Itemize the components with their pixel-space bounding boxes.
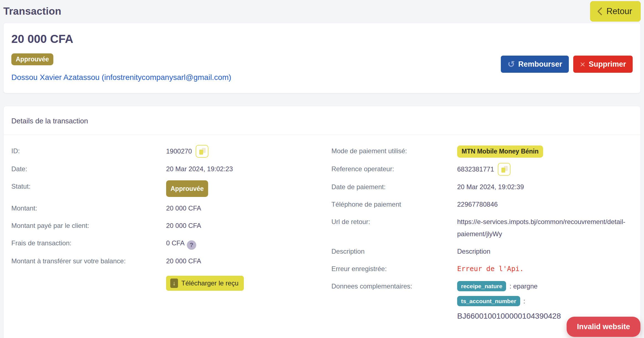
refund-button-label: Rembourser: [518, 60, 562, 69]
montant-value: 20 000 CFA: [166, 202, 331, 214]
status-badge: Approuvée: [11, 53, 53, 65]
detail-row-erreur: Erreur enregistrée: Erreur de l'Api.: [331, 263, 633, 275]
copy-icon: [498, 163, 510, 175]
detail-row-id: ID: 1900270: [11, 145, 331, 158]
statut-label: Statut:: [11, 180, 166, 193]
download-icon: ↓: [170, 279, 178, 288]
donnees-label: Donnees complementaires:: [331, 280, 457, 292]
reference-value: 6832381771: [457, 163, 494, 175]
statut-status-badge: Approuvée: [166, 180, 208, 197]
montant-label: Montant:: [11, 202, 166, 214]
details-column-left: ID: 1900270 Date: 20 Mar 2024, 19:02:23 …: [11, 145, 331, 327]
detail-row-montant: Montant: 20 000 CFA: [11, 202, 331, 214]
copy-icon: [196, 145, 208, 157]
invalid-website-toast: Invalid website: [567, 317, 640, 337]
url-retour-value: https://e-services.impots.bj/common/reco…: [457, 216, 633, 240]
telephone-value: 22967780846: [457, 198, 633, 210]
details-body: ID: 1900270 Date: 20 Mar 2024, 19:02:23 …: [4, 135, 640, 338]
description-label: Description: [331, 245, 457, 258]
id-value: 1900270: [166, 145, 192, 157]
summary-actions: ↺ Rembourser × Supprimer: [501, 56, 633, 73]
id-label: ID:: [11, 145, 166, 157]
details-column-right: Mode de paiement utilisé: MTN Mobile Mon…: [331, 145, 633, 327]
details-card-title: Details de la transaction: [4, 106, 640, 135]
telephone-label: Téléphone de paiement: [331, 198, 457, 210]
delete-button-label: Supprimer: [589, 60, 626, 69]
montant-transfert-label: Montant à transférer sur votre balance:: [11, 255, 166, 267]
mode-paiement-label: Mode de paiement utilisé:: [331, 145, 457, 157]
undo-icon: ↺: [507, 60, 515, 69]
copy-id-button[interactable]: [196, 145, 208, 158]
download-receipt-label: Télécharger le reçu: [181, 279, 239, 287]
ts-account-colon: :: [523, 297, 525, 305]
montant-paye-value: 20 000 CFA: [166, 220, 331, 232]
detail-row-date: Date: 20 Mar 2024, 19:02:23: [11, 163, 331, 175]
detail-row-reference: Reference operateur: 6832381771: [331, 163, 633, 176]
detail-row-frais: Frais de transaction: 0 CFA?: [11, 237, 331, 250]
montant-transfert-value: 20 000 CFA: [166, 255, 331, 267]
erreur-value: Erreur de l'Api.: [457, 263, 633, 275]
erreur-label: Erreur enregistrée:: [331, 263, 457, 275]
page-title: Transaction: [3, 6, 61, 17]
chevron-left-icon: [596, 7, 603, 16]
back-button-label: Retour: [606, 6, 632, 16]
detail-row-montant-paye: Montant payé par le client: 20 000 CFA: [11, 220, 331, 232]
customer-link[interactable]: Dossou Xavier Azatassou (infostrenitycom…: [11, 73, 231, 82]
date-paiement-label: Date de paiement:: [331, 181, 457, 193]
date-paiement-value: 20 Mar 2024, 19:02:39: [457, 181, 633, 193]
payment-method-badge: MTN Mobile Money Bénin: [457, 145, 543, 158]
detail-row-statut: Statut: Approuvée: [11, 180, 331, 197]
transaction-amount: 20 000 CFA: [11, 32, 633, 46]
detail-row-mode-paiement: Mode de paiement utilisé: MTN Mobile Mon…: [331, 145, 633, 158]
detail-row-description: Description Description: [331, 245, 633, 258]
receipe-nature-chip: receipe_nature: [457, 281, 506, 291]
detail-row-telephone: Téléphone de paiement 22967780846: [331, 198, 633, 210]
receipe-nature-value: : epargne: [509, 282, 537, 290]
reference-label: Reference operateur:: [331, 163, 457, 175]
download-receipt-button[interactable]: ↓ Télécharger le reçu: [166, 276, 244, 291]
topbar: Transaction Retour: [0, 0, 644, 23]
ts-account-number-chip: ts_account_number: [457, 296, 520, 306]
refund-button[interactable]: ↺ Rembourser: [501, 56, 569, 73]
frais-value: 0 CFA: [166, 239, 185, 247]
date-value: 20 Mar 2024, 19:02:23: [166, 163, 331, 175]
help-icon[interactable]: ?: [187, 240, 196, 250]
date-label: Date:: [11, 163, 166, 175]
url-retour-label: Url de retour:: [331, 216, 457, 228]
detail-row-date-paiement: Date de paiement: 20 Mar 2024, 19:02:39: [331, 181, 633, 193]
copy-reference-button[interactable]: [498, 163, 511, 176]
summary-card: 20 000 CFA Approuvée Dossou Xavier Azata…: [3, 23, 641, 93]
detail-row-montant-transfert: Montant à transférer sur votre balance: …: [11, 255, 331, 267]
frais-label: Frais de transaction:: [11, 237, 166, 249]
detail-row-url-retour: Url de retour: https://e-services.impots…: [331, 216, 633, 240]
details-card: Details de la transaction ID: 1900270 Da…: [3, 106, 641, 338]
donnees-line-receipe-nature: receipe_nature : epargne: [457, 280, 633, 292]
back-button[interactable]: Retour: [590, 1, 641, 22]
montant-paye-label: Montant payé par le client:: [11, 220, 166, 232]
detail-row-donnees: Donnees complementaires: receipe_nature …: [331, 280, 633, 322]
delete-button[interactable]: × Supprimer: [573, 56, 633, 73]
description-value: Description: [457, 245, 633, 258]
close-icon: ×: [580, 59, 585, 69]
detail-row-receipt: ↓ Télécharger le reçu: [11, 272, 331, 291]
donnees-line-ts-account: ts_account_number :: [457, 295, 633, 307]
